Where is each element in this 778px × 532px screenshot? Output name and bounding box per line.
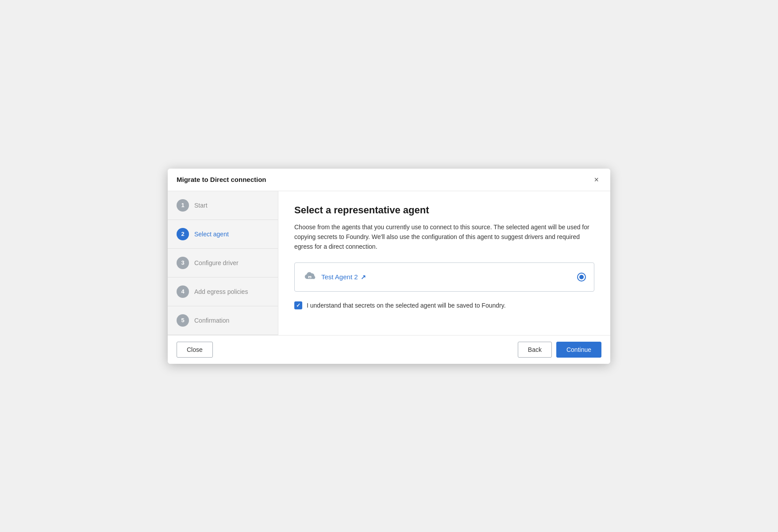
svg-rect-1 — [309, 277, 310, 278]
modal: Migrate to Direct connection × 1 Start 2… — [168, 169, 610, 364]
checkmark-icon: ✓ — [296, 303, 300, 308]
agent-cloud-icon — [303, 270, 317, 284]
agent-selection-card[interactable]: Test Agent 2 ↗ — [294, 262, 594, 292]
section-description: Choose from the agents that you currentl… — [294, 222, 594, 252]
agent-card-left: Test Agent 2 ↗ — [303, 270, 366, 284]
sidebar-item-egress-policies: 4 Add egress policies — [168, 278, 278, 306]
main-content: Select a representative agent Choose fro… — [278, 191, 610, 335]
agent-name: Test Agent 2 ↗ — [321, 273, 366, 281]
step-5-label: Confirmation — [194, 317, 229, 324]
step-3-label: Configure driver — [194, 259, 239, 266]
modal-close-button[interactable]: × — [591, 175, 601, 185]
footer-right-buttons: Back Continue — [518, 342, 601, 358]
sidebar-item-confirmation: 5 Confirmation — [168, 306, 278, 335]
svg-point-5 — [309, 274, 310, 275]
close-button[interactable]: Close — [177, 342, 213, 358]
svg-rect-2 — [310, 277, 311, 278]
external-link-icon: ↗ — [361, 274, 366, 281]
sidebar-item-configure-driver: 3 Configure driver — [168, 249, 278, 278]
agent-radio-button[interactable] — [577, 273, 586, 281]
step-3-badge: 3 — [177, 257, 189, 269]
back-button[interactable]: Back — [518, 342, 552, 358]
step-1-badge: 1 — [177, 199, 189, 212]
modal-body: 1 Start 2 Select agent 3 Configure drive… — [168, 191, 610, 335]
step-2-badge: 2 — [177, 228, 189, 240]
page-title: Select a representative agent — [294, 204, 594, 216]
step-4-badge: 4 — [177, 285, 189, 298]
radio-inner — [579, 275, 584, 279]
understanding-checkbox[interactable]: ✓ — [294, 301, 302, 309]
continue-button[interactable]: Continue — [556, 342, 601, 358]
step-5-badge: 5 — [177, 314, 189, 327]
step-1-label: Start — [194, 202, 208, 209]
step-4-label: Add egress policies — [194, 288, 248, 295]
modal-footer: Close Back Continue — [168, 335, 610, 364]
step-2-label: Select agent — [194, 231, 229, 238]
modal-header: Migrate to Direct connection × — [168, 169, 610, 191]
sidebar-item-start: 1 Start — [168, 191, 278, 220]
understanding-checkbox-label: I understand that secrets on the selecte… — [307, 302, 506, 309]
svg-rect-3 — [309, 278, 311, 278]
sidebar-item-select-agent[interactable]: 2 Select agent — [168, 220, 278, 249]
sidebar: 1 Start 2 Select agent 3 Configure drive… — [168, 191, 278, 335]
svg-rect-0 — [308, 276, 312, 278]
content-spacer — [294, 318, 594, 326]
modal-title: Migrate to Direct connection — [177, 176, 266, 183]
understanding-checkbox-row: ✓ I understand that secrets on the selec… — [294, 301, 594, 309]
